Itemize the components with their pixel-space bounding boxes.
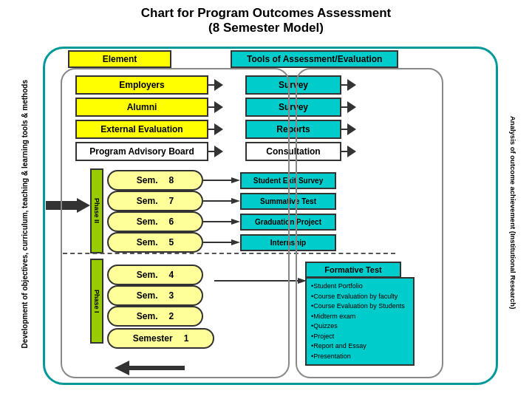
header-row: Element Tools of Assessment/Evaluation — [68, 50, 398, 68]
pab-right: Consultation — [245, 142, 341, 161]
phase2-box: Phase II — [90, 168, 103, 253]
left-vertical-text: Development of objectives, curriculum, t… — [6, 48, 43, 381]
page: Chart for Program Outcomes Assessment (8… — [0, 0, 532, 399]
sem1-row: Semester 1 — [107, 328, 214, 349]
sem8-oval: Sem. 8 — [107, 170, 203, 191]
alumni-label: Alumni — [75, 98, 208, 117]
sem7-oval: Sem. 7 — [107, 191, 203, 211]
employers-row: Employers Survey — [68, 75, 356, 95]
bullet-item-1: •Student Portfolio — [311, 282, 409, 292]
sem8-row: Sem. 8 Student Exit Survey — [107, 170, 336, 191]
sem1-oval: Semester 1 — [107, 328, 214, 349]
svg-marker-10 — [115, 361, 185, 375]
bullet-item-7: •Report and Essay — [311, 341, 409, 352]
pab-row: Program Advisory Board Consultation — [68, 142, 356, 161]
sem4-row: Sem. 4 — [107, 265, 203, 285]
bottom-arrow-svg — [115, 361, 188, 375]
svg-marker-5 — [231, 219, 240, 225]
sem8-arrow — [203, 176, 240, 185]
svg-marker-3 — [231, 198, 240, 204]
sem7-row: Sem. 7 Summative Test — [107, 191, 336, 211]
sem5-oval: Sem. 5 — [107, 232, 203, 253]
pab-label: Program Advisory Board — [75, 142, 208, 161]
bullet-item-8: •Presentation — [311, 352, 409, 362]
phase1-box: Phase I — [90, 259, 103, 344]
sem5-row: Sem. 5 Internship — [107, 232, 336, 253]
bullet-list: •Student Portfolio •Course Evaluation by… — [305, 277, 415, 366]
title-area: Chart for Program Outcomes Assessment (8… — [0, 0, 532, 38]
svg-marker-7 — [231, 239, 240, 245]
sem6-oval: Sem. 6 — [107, 211, 203, 232]
external-eval-row: External Evaluation Reports — [68, 120, 356, 139]
bottom-arrow — [115, 361, 188, 378]
sem8-right: Student Exit Survey — [240, 172, 336, 189]
sem5-right: Internship — [240, 234, 336, 251]
sem7-arrow — [203, 197, 240, 205]
formative-box: Formative Test — [305, 262, 401, 278]
external-eval-right: Reports — [245, 120, 341, 139]
title-line2: (8 Semester Model) — [0, 21, 532, 35]
element-box: Element — [68, 50, 171, 68]
bullet-item-6: •Project — [311, 332, 409, 342]
sem2-oval: Sem. 2 — [107, 306, 203, 327]
sem3-oval: Sem. 3 — [107, 285, 203, 306]
sem3-row: Sem. 3 — [107, 285, 203, 306]
external-eval-label: External Evaluation — [75, 120, 208, 139]
bullet-item-3: •Course Evaluation by Students — [311, 301, 409, 312]
tools-box: Tools of Assessment/Evaluation — [231, 50, 398, 68]
svg-marker-1 — [231, 177, 240, 183]
bullet-item-4: •Midterm exam — [311, 312, 409, 322]
bullet-item-2: •Course Evaluation by faculty — [311, 292, 409, 302]
big-arrow — [46, 198, 90, 213]
svg-marker-9 — [298, 278, 307, 284]
sem2-row: Sem. 2 — [107, 306, 203, 327]
sem5-arrow — [203, 238, 240, 247]
employers-label: Employers — [75, 75, 208, 95]
title-line1: Chart for Program Outcomes Assessment — [0, 6, 532, 21]
alumni-row: Alumni Survey — [68, 98, 356, 117]
alumni-right: Survey — [245, 98, 341, 117]
sem6-row: Sem. 6 Graduation Project — [107, 211, 336, 232]
phase1-arrow — [214, 276, 307, 287]
sem6-right: Graduation Project — [240, 214, 336, 231]
separator-line — [63, 253, 395, 254]
sem6-arrow — [203, 217, 240, 226]
employers-right: Survey — [245, 75, 341, 95]
bullet-box: •Student Portfolio •Course Evaluation by… — [305, 277, 415, 366]
bullet-item-5: •Quizzes — [311, 321, 409, 332]
sem7-right: Summative Test — [240, 193, 336, 210]
sem4-oval: Sem. 4 — [107, 265, 203, 285]
right-vertical-text: Analysis of outcome achievement (Institu… — [495, 50, 531, 375]
phase1-arrow-svg — [214, 276, 307, 285]
